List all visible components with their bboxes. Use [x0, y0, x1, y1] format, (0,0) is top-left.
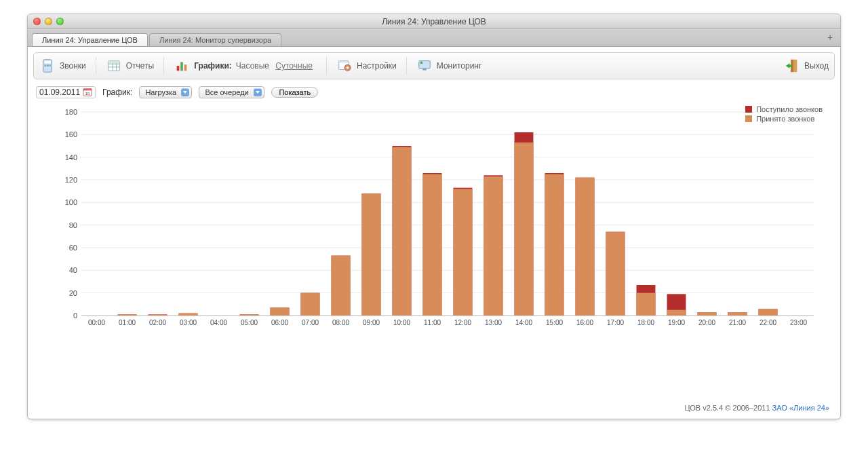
tab-supervisor[interactable]: Линия 24: Монитор супервизора — [149, 33, 281, 46]
svg-text:18:00: 18:00 — [637, 319, 654, 326]
svg-text:06:00: 06:00 — [271, 319, 288, 326]
svg-text:17:00: 17:00 — [607, 319, 624, 326]
svg-text:00:00: 00:00 — [88, 319, 105, 326]
legend-label-received: Поступило звонков — [756, 105, 823, 113]
chart-area: Поступило звонков Принято звонков 020406… — [33, 105, 835, 336]
svg-text:20: 20 — [69, 289, 77, 297]
svg-text:22:00: 22:00 — [760, 319, 776, 326]
svg-text:08:00: 08:00 — [332, 319, 349, 326]
svg-rect-87 — [515, 142, 534, 316]
bar-chart: 02040608010012014016018000:0001:0002:000… — [33, 105, 835, 336]
date-value: 01.09.2011 — [39, 88, 80, 97]
svg-text:20:00: 20:00 — [698, 319, 715, 326]
svg-text:02:00: 02:00 — [149, 319, 166, 326]
svg-text:07:00: 07:00 — [302, 319, 319, 326]
chart-type-select[interactable]: Нагрузка — [139, 86, 192, 98]
svg-rect-53 — [149, 314, 167, 316]
tb-item-charts: Графики: Часовые Суточные — [174, 58, 317, 74]
svg-text:80: 80 — [69, 221, 77, 229]
settings-icon — [336, 58, 353, 74]
exit-icon — [784, 58, 800, 74]
tb-item-monitoring[interactable]: Мониторинг — [416, 58, 482, 74]
window-title: Линия 24: Управление ЦОВ — [28, 17, 840, 26]
tb-label: Звонки — [60, 61, 86, 71]
svg-rect-90 — [545, 174, 564, 316]
svg-text:04:00: 04:00 — [210, 319, 227, 326]
tb-item-reports[interactable]: Отчеты — [106, 58, 154, 74]
svg-rect-56 — [179, 314, 198, 316]
queue-select[interactable]: Все очереди — [199, 86, 264, 98]
date-picker[interactable]: 01.09.2011 15 — [36, 86, 96, 98]
legend-swatch-answered — [745, 115, 752, 122]
tb-item-exit[interactable]: Выход — [784, 58, 829, 74]
svg-text:21:00: 21:00 — [729, 319, 746, 326]
charts-sublinks: Часовые Суточные — [236, 61, 317, 71]
page-footer: ЦОВ v2.5.4 © 2006–2011 ЗАО «Линия 24» — [33, 336, 835, 415]
toolbar-separator — [326, 57, 327, 75]
svg-text:180: 180 — [65, 108, 77, 116]
svg-text:140: 140 — [65, 153, 77, 162]
svg-text:05:00: 05:00 — [241, 319, 258, 326]
svg-text:40: 40 — [69, 266, 77, 274]
legend-label-answered: Принято звонков — [756, 115, 814, 123]
toolbar-separator — [96, 57, 96, 75]
svg-rect-96 — [606, 232, 625, 316]
svg-text:03:00: 03:00 — [180, 319, 197, 326]
svg-rect-78 — [423, 174, 442, 316]
svg-rect-1 — [44, 61, 50, 64]
svg-rect-19 — [422, 69, 427, 71]
svg-rect-102 — [667, 310, 686, 316]
link-daily[interactable]: Суточные — [275, 61, 313, 71]
svg-rect-11 — [177, 66, 180, 71]
tb-item-settings[interactable]: Настройки — [336, 58, 397, 74]
table-icon — [106, 58, 122, 74]
tab-strip: Линия 24: Управление ЦОВ Линия 24: Монит… — [28, 29, 840, 47]
tab-management[interactable]: Линия 24: Управление ЦОВ — [32, 33, 148, 46]
svg-rect-15 — [339, 61, 349, 63]
footer-link[interactable]: ЗАО «Линия 24» — [772, 404, 829, 412]
monitor-icon — [416, 58, 433, 74]
svg-rect-111 — [759, 309, 778, 316]
tb-label: Отчеты — [126, 61, 154, 71]
svg-rect-4 — [50, 64, 51, 66]
svg-rect-10 — [108, 61, 120, 64]
show-button[interactable]: Показать — [271, 87, 318, 98]
tb-label: Графики: — [194, 61, 232, 71]
tb-item-calls[interactable]: Звонки — [39, 58, 86, 74]
svg-rect-2 — [44, 64, 46, 66]
svg-rect-12 — [180, 62, 183, 71]
svg-point-20 — [420, 62, 422, 64]
phone-icon — [39, 58, 56, 74]
svg-rect-108 — [728, 312, 747, 316]
toolbar-separator — [163, 57, 164, 75]
svg-rect-60 — [240, 314, 259, 316]
svg-rect-3 — [47, 64, 49, 66]
filter-label: График: — [102, 88, 132, 97]
svg-rect-93 — [576, 178, 595, 316]
calendar-icon: 15 — [83, 88, 92, 97]
svg-text:120: 120 — [65, 176, 77, 184]
svg-text:19:00: 19:00 — [668, 319, 685, 326]
new-tab-button[interactable]: + — [824, 32, 836, 44]
svg-rect-72 — [362, 193, 381, 316]
svg-text:16:00: 16:00 — [576, 319, 593, 326]
tb-label: Выход — [804, 61, 829, 71]
svg-text:10:00: 10:00 — [393, 319, 410, 326]
svg-rect-81 — [454, 189, 473, 316]
svg-rect-66 — [301, 293, 320, 316]
svg-text:15:00: 15:00 — [546, 319, 563, 326]
svg-point-17 — [347, 66, 349, 69]
toolbar-separator — [406, 57, 407, 75]
svg-rect-75 — [393, 147, 412, 316]
svg-rect-99 — [637, 293, 656, 316]
app-window: Линия 24: Управление ЦОВ Линия 24: Управ… — [27, 14, 841, 419]
mac-titlebar: Линия 24: Управление ЦОВ — [28, 14, 840, 29]
svg-text:14:00: 14:00 — [515, 319, 532, 326]
svg-rect-69 — [332, 256, 351, 316]
page-content: Звонки Отчеты Графики: Часовые Суточные — [28, 47, 840, 419]
tb-label: Мониторинг — [437, 61, 482, 71]
chart-legend: Поступило звонков Принято звонков — [745, 105, 823, 124]
link-hourly[interactable]: Часовые — [236, 61, 269, 71]
svg-rect-63 — [271, 307, 290, 316]
svg-text:15: 15 — [85, 91, 90, 96]
